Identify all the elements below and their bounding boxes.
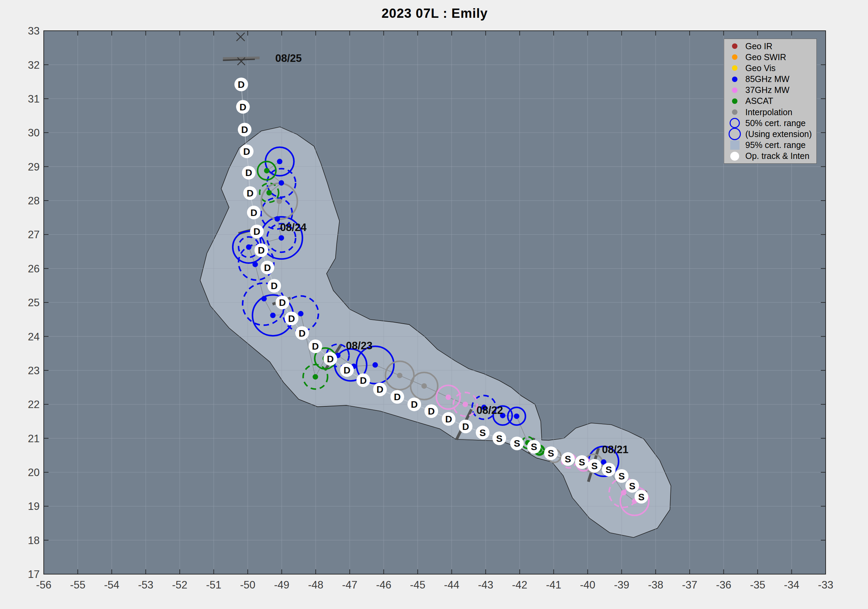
fix-dot-blue <box>262 296 267 301</box>
legend-item: 95% cert. range <box>724 140 817 150</box>
y-tick-label: 29 <box>28 161 40 173</box>
track-point-label: D <box>462 421 469 432</box>
fix-dot-blue <box>274 216 280 222</box>
legend-item: 50% cert. range <box>724 118 817 128</box>
fix-dot-blue <box>514 414 519 419</box>
track-point-label: D <box>245 167 252 178</box>
x-tick-label: -42 <box>512 579 527 591</box>
legend-label: Interpolation <box>745 107 792 117</box>
fix-dot-blue <box>298 311 304 316</box>
track-point-label: D <box>247 188 254 198</box>
track-point-label: D <box>254 226 260 237</box>
track-point-label: D <box>299 328 305 339</box>
fix-dot-gray <box>276 198 282 204</box>
fix-dot-green <box>264 168 270 173</box>
track-point-label: S <box>496 433 503 444</box>
fix-dot-gray <box>397 373 403 378</box>
track-point-label: D <box>394 392 400 402</box>
legend-marker-dot <box>724 54 745 60</box>
x-tick-label: -34 <box>784 579 799 591</box>
x-tick-label: -39 <box>614 579 629 591</box>
legend-marker-dot <box>724 109 745 115</box>
x-tick-label: -53 <box>138 579 153 591</box>
day-tick-line <box>223 58 259 59</box>
legend-label: (Using extension) <box>745 129 812 139</box>
legend-marker-dot <box>724 77 745 82</box>
track-point-label: S <box>618 471 625 482</box>
track-point-label: D <box>251 208 257 218</box>
y-tick-label: 30 <box>28 127 40 139</box>
x-tick-label: -37 <box>682 579 698 591</box>
track-point-label: D <box>243 146 250 157</box>
x-tick-label: -49 <box>274 579 290 591</box>
legend-item: Geo Vis <box>724 63 817 73</box>
x-tick-label: -43 <box>478 579 493 591</box>
legend-marker-white-dot <box>724 152 745 161</box>
legend-label: 85GHz MW <box>745 74 789 84</box>
track-point-label: D <box>312 341 319 352</box>
y-tick-label: 27 <box>28 229 40 240</box>
track-point-label: S <box>629 481 636 491</box>
track-point-label: D <box>241 124 248 135</box>
legend-marker-glyph <box>730 152 739 161</box>
legend-marker-circle-lg <box>724 128 745 140</box>
track-point-label: S <box>548 448 554 459</box>
date-label: 08/21 <box>602 443 628 456</box>
x-tick-label: -50 <box>240 579 255 591</box>
legend-item: Op. track & Inten <box>724 151 817 161</box>
fix-dot-blue <box>372 362 378 368</box>
track-point-label: D <box>240 102 246 112</box>
legend: Geo IRGeo SWIRGeo Vis85GHz MW37GHz MWASC… <box>724 39 817 164</box>
track-point-label: S <box>531 442 537 452</box>
x-tick-label: -45 <box>410 579 425 591</box>
fix-dot-blue <box>277 159 282 164</box>
y-tick-label: 22 <box>28 398 40 411</box>
track-point-label: S <box>606 465 612 475</box>
x-tick-label: -46 <box>376 579 391 591</box>
track-point-label: D <box>288 313 295 324</box>
date-label: 08/25 <box>275 52 302 64</box>
fix-dot-blue <box>270 313 276 318</box>
legend-marker-circle <box>724 118 745 128</box>
y-tick-label: 17 <box>28 568 40 580</box>
x-tick-label: -55 <box>70 579 85 591</box>
legend-item: Interpolation <box>724 107 817 117</box>
track-point-label: S <box>638 492 645 502</box>
track-point-label: D <box>258 245 265 256</box>
legend-marker-glyph <box>732 43 738 49</box>
legend-item: Geo IR <box>724 41 817 51</box>
track-point-label: D <box>343 365 350 376</box>
x-tick-label: -33 <box>818 579 834 591</box>
x-tick-label: -56 <box>36 579 51 591</box>
fix-dot-blue <box>279 180 284 186</box>
track-point-label: D <box>238 79 245 90</box>
track-point-label: D <box>360 375 367 386</box>
fix-dot-green <box>313 374 318 380</box>
track-point-label: D <box>264 262 271 273</box>
x-tick-label: -38 <box>648 579 663 591</box>
legend-marker-glyph <box>728 128 741 140</box>
fix-dot-gray <box>422 383 427 389</box>
y-tick-label: 19 <box>28 501 40 512</box>
x-tick-label: -40 <box>580 579 595 591</box>
x-tick-label: -44 <box>444 579 459 591</box>
y-tick-label: 20 <box>28 466 40 479</box>
fix-dot-pink <box>446 394 451 400</box>
x-tick-label: -48 <box>308 579 323 591</box>
legend-marker-dot <box>724 98 745 104</box>
track-point-label: S <box>565 454 571 465</box>
fix-dot-pink <box>621 490 626 496</box>
x-tick-label: -52 <box>172 579 188 591</box>
x-tick-label: -54 <box>104 579 119 591</box>
y-tick-label: 25 <box>28 297 40 308</box>
track-point-label: D <box>445 414 452 425</box>
legend-item: 37GHz MW <box>724 85 817 95</box>
track-point-label: D <box>327 354 333 364</box>
legend-marker-glyph <box>730 141 739 150</box>
track-point-label: D <box>411 399 418 410</box>
legend-label: Geo IR <box>745 41 772 51</box>
legend-item: ASCAT <box>724 96 817 106</box>
y-tick-label: 31 <box>28 93 40 105</box>
legend-item: Geo SWIR <box>724 52 817 62</box>
legend-label: Op. track & Inten <box>745 151 809 161</box>
